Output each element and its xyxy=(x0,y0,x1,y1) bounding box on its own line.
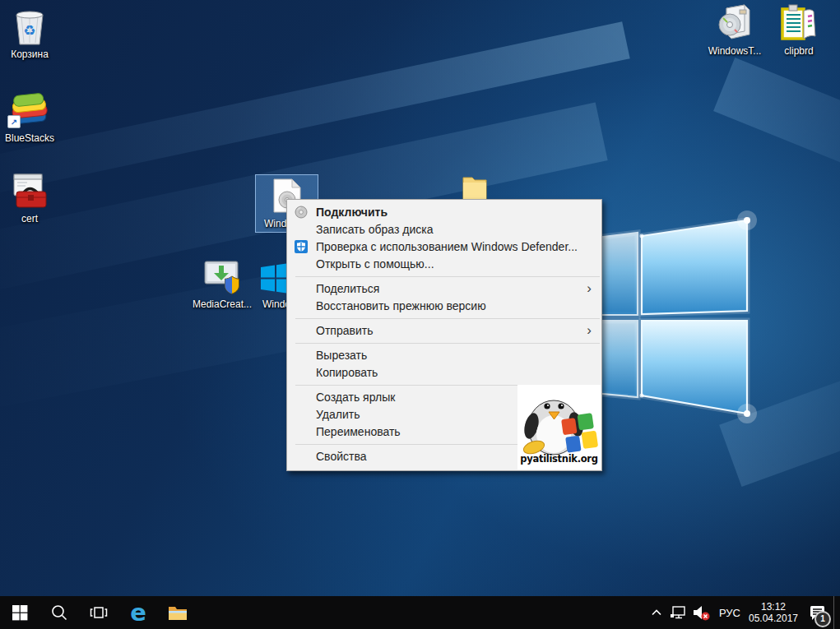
menu-item-label: Удалить xyxy=(316,408,360,421)
clipboard-viewer-icon xyxy=(779,3,819,43)
watermark-text: pyatilistnik.org xyxy=(520,453,597,465)
time-label: 13:12 xyxy=(761,601,786,613)
menu-item-send-to[interactable]: Отправить › xyxy=(287,322,601,340)
icon-label: Wind xyxy=(264,219,286,229)
light-beam xyxy=(713,58,840,197)
disc-icon xyxy=(295,206,308,219)
toolbox-icon xyxy=(11,171,49,210)
icon-label: WindowsT... xyxy=(708,46,762,57)
menu-item-label: Записать образ диска xyxy=(316,223,433,236)
menu-item-cut[interactable]: Вырезать xyxy=(287,347,601,364)
menu-item-label: Отправить xyxy=(316,324,373,337)
menu-item-label: Свойства xyxy=(316,450,366,463)
edge-browser-button[interactable]: e xyxy=(118,596,158,629)
menu-item-label: Поделиться xyxy=(316,282,379,295)
menu-separator xyxy=(295,343,600,344)
menu-item-label: Копировать xyxy=(316,366,378,379)
volume-button[interactable] xyxy=(689,596,713,629)
submenu-arrow-icon: › xyxy=(587,280,592,297)
icon-label: clipbrd xyxy=(784,46,813,57)
chevron-up-icon xyxy=(649,605,664,620)
desktop-icon-recycle-bin[interactable]: ♻ Корзина xyxy=(0,7,61,60)
tray-expand-button[interactable] xyxy=(647,596,666,629)
menu-item-label: Вырезать xyxy=(316,349,367,362)
language-label: РУС xyxy=(719,607,740,619)
task-view-button[interactable] xyxy=(79,596,118,629)
menu-item-restore-previous-version[interactable]: Восстановить прежнюю версию xyxy=(287,298,601,315)
clock[interactable]: 13:12 05.04.2017 xyxy=(746,596,801,629)
action-center-button[interactable]: 1 xyxy=(801,596,833,629)
menu-item-label: Восстановить прежнюю версию xyxy=(316,299,486,312)
start-button[interactable] xyxy=(0,596,39,629)
volume-muted-icon xyxy=(691,604,711,622)
folder-icon xyxy=(462,173,488,201)
defender-icon xyxy=(295,240,308,253)
network-status-button[interactable] xyxy=(666,596,689,629)
icon-label: cert xyxy=(21,214,38,224)
date-label: 05.04.2017 xyxy=(749,613,798,624)
icon-label: MediaCreat... xyxy=(193,299,252,310)
desktop-icon-clipbrd[interactable]: clipbrd xyxy=(768,3,830,57)
context-menu: Подключить Записать образ диска Проверка… xyxy=(286,199,602,471)
desktop-icon-windows-tool[interactable]: WindowsT... xyxy=(703,3,766,57)
menu-item-label: Создать ярлык xyxy=(316,391,395,404)
desktop-icon-cert[interactable]: cert xyxy=(0,171,61,224)
windows-start-icon xyxy=(12,604,28,621)
menu-item-label: Подключить xyxy=(316,206,388,219)
media-creation-icon xyxy=(202,257,243,296)
recycle-bin-icon: ♻ xyxy=(12,7,48,46)
show-desktop-button[interactable] xyxy=(833,596,838,629)
menu-item-burn-disc-image[interactable]: Записать образ диска xyxy=(287,221,601,238)
desktop-icon-media-creation-tool[interactable]: MediaCreat... xyxy=(191,257,253,310)
menu-item-copy[interactable]: Копировать xyxy=(287,364,601,382)
installer-box-icon xyxy=(715,3,754,43)
submenu-arrow-icon: › xyxy=(587,322,592,339)
menu-item-scan-with-defender[interactable]: Проверка с использованием Windows Defend… xyxy=(287,238,601,256)
desktop-icon-bluestacks[interactable]: ↗ BlueStacks xyxy=(0,90,61,144)
menu-item-label: Проверка с использованием Windows Defend… xyxy=(316,240,578,253)
taskbar: e xyxy=(0,596,840,629)
icon-label: Корзина xyxy=(11,49,49,60)
menu-separator xyxy=(295,318,600,319)
bluestacks-icon: ↗ xyxy=(10,90,49,130)
watermark: pyatilistnik.org xyxy=(517,385,601,469)
file-explorer-icon xyxy=(167,604,188,622)
svg-text:♻: ♻ xyxy=(23,22,35,39)
shortcut-arrow-icon: ↗ xyxy=(7,115,21,128)
language-indicator[interactable]: РУС xyxy=(713,596,746,629)
search-icon xyxy=(50,604,68,622)
penguin-windows-logo xyxy=(517,385,601,456)
menu-item-label: Переименовать xyxy=(316,425,401,438)
task-view-icon xyxy=(89,604,109,622)
menu-item-share[interactable]: Поделиться › xyxy=(287,280,601,298)
menu-item-label: Открыть с помощью... xyxy=(316,257,434,271)
menu-item-mount[interactable]: Подключить xyxy=(287,204,601,221)
search-button[interactable] xyxy=(39,596,79,629)
notification-badge: 1 xyxy=(814,611,831,627)
network-icon xyxy=(669,604,687,622)
menu-separator xyxy=(295,276,600,277)
file-explorer-button[interactable] xyxy=(158,596,197,629)
icon-label: BlueStacks xyxy=(5,133,54,144)
edge-icon: e xyxy=(130,601,146,625)
menu-item-open-with[interactable]: Открыть с помощью... xyxy=(287,256,601,273)
